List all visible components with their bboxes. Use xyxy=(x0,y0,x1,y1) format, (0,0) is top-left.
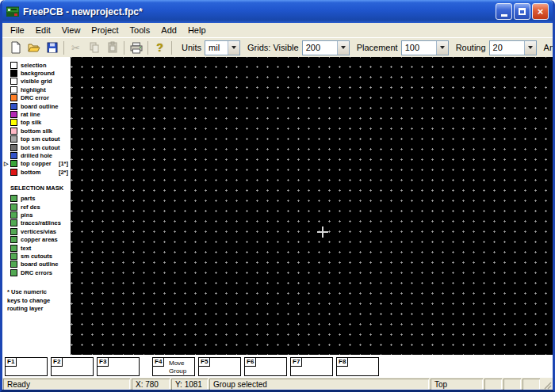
routing-combobox[interactable]: 20 xyxy=(489,40,537,55)
close-button[interactable]: × xyxy=(532,3,549,20)
menu-item[interactable]: Project xyxy=(86,24,124,36)
fkey-button[interactable]: F3 xyxy=(97,357,140,376)
copy-button[interactable] xyxy=(85,40,103,56)
mask-color-swatch[interactable] xyxy=(10,261,17,268)
mask-color-swatch[interactable] xyxy=(10,219,17,226)
layer-color-swatch[interactable] xyxy=(10,152,17,159)
new-file-button[interactable] xyxy=(6,40,25,56)
toolbar-separator xyxy=(124,41,124,55)
fkey-tag: F8 xyxy=(336,357,348,367)
selection-mask-list: parts ref des pins xyxy=(4,194,71,276)
toolbar: ✂ ? Units mi xyxy=(2,37,553,57)
chevron-down-icon xyxy=(232,46,236,49)
layer-label: bottom xyxy=(21,169,40,176)
fkey-button[interactable]: F7 xyxy=(290,357,333,376)
mask-color-swatch[interactable] xyxy=(10,245,17,252)
selection-mask-row: text xyxy=(4,244,71,252)
placement-dropdown-button[interactable] xyxy=(436,41,448,55)
grids-dropdown-button[interactable] xyxy=(337,41,349,55)
mask-label: traces/ratlines xyxy=(21,219,61,226)
menu-item[interactable]: Help xyxy=(182,24,212,36)
new-file-icon xyxy=(10,41,22,54)
cut-button[interactable]: ✂ xyxy=(67,40,85,56)
layer-color-swatch[interactable] xyxy=(10,103,17,110)
status-active-layer: Top xyxy=(431,379,483,390)
mask-label: text xyxy=(21,245,31,252)
menu-item[interactable]: Add xyxy=(155,24,182,36)
active-layer-arrow-icon: ▷ xyxy=(4,161,10,166)
menu-item[interactable]: View xyxy=(56,24,86,36)
maximize-button[interactable] xyxy=(514,3,530,20)
chevron-down-icon xyxy=(528,46,533,49)
open-file-button[interactable] xyxy=(25,40,43,56)
title-bar: FreePCB - newproject.fpc* × xyxy=(2,0,553,23)
function-key-bar: F1 F2 F3 F4 Move Group F5 xyxy=(2,355,553,378)
paste-icon xyxy=(106,41,119,54)
fkey-button[interactable]: F8 xyxy=(336,357,379,376)
placement-value: 100 xyxy=(402,43,436,52)
routing-dropdown-button[interactable] xyxy=(524,41,536,55)
angle-label: Angle xyxy=(544,43,555,52)
grids-visible-combobox[interactable]: 200 xyxy=(302,40,350,55)
layer-row: ▷ background xyxy=(4,69,71,77)
layer-color-swatch[interactable] xyxy=(10,78,17,85)
fkey-tag: F1 xyxy=(5,357,17,367)
layer-label: drilled hole xyxy=(21,152,52,159)
paste-button[interactable] xyxy=(103,40,121,56)
layer-color-swatch[interactable] xyxy=(10,70,17,77)
status-ready: Ready xyxy=(3,379,130,390)
layer-color-swatch[interactable] xyxy=(10,111,17,118)
fkey-button[interactable]: F1 xyxy=(5,357,48,376)
units-dropdown-button[interactable] xyxy=(228,41,239,55)
menu-item[interactable]: Tools xyxy=(124,24,156,36)
fkey-button[interactable]: F5 xyxy=(198,357,241,376)
menu-item[interactable]: Edit xyxy=(30,24,56,36)
mask-color-swatch[interactable] xyxy=(10,211,17,219)
fkey-button[interactable]: F4 Move Group xyxy=(152,357,195,376)
menu-item[interactable]: File xyxy=(5,24,30,36)
selection-mask-row: board outline xyxy=(4,261,71,268)
layer-color-swatch[interactable] xyxy=(10,160,17,167)
selection-mask-row: traces/ratlines xyxy=(4,219,71,227)
save-button[interactable] xyxy=(43,40,61,56)
fkey-tag: F5 xyxy=(198,357,210,367)
layer-color-swatch[interactable] xyxy=(10,144,17,151)
layer-color-swatch[interactable] xyxy=(10,119,17,126)
units-combobox[interactable]: mil xyxy=(205,40,240,55)
mask-label: copper areas xyxy=(21,236,58,243)
layer-label: visible grid xyxy=(21,78,52,85)
minimize-button[interactable] xyxy=(496,3,512,20)
grids-label: Grids: Visible xyxy=(247,43,299,52)
layer-row: ▷ visible grid xyxy=(4,78,71,86)
mask-color-swatch[interactable] xyxy=(10,236,17,243)
maximize-icon xyxy=(519,8,526,15)
units-value: mil xyxy=(205,43,228,52)
app-icon xyxy=(6,6,19,18)
layer-color-swatch[interactable] xyxy=(10,127,17,135)
mask-color-swatch[interactable] xyxy=(10,204,17,211)
layer-color-swatch[interactable] xyxy=(10,135,17,143)
pcb-canvas[interactable] xyxy=(71,57,553,355)
grids-visible-value: 200 xyxy=(303,43,337,52)
mask-color-swatch[interactable] xyxy=(10,269,17,276)
toolbar-separator xyxy=(63,41,64,55)
layer-label: background xyxy=(21,70,55,77)
mask-color-swatch[interactable] xyxy=(10,228,17,235)
layer-color-swatch[interactable] xyxy=(10,62,17,69)
layer-label: DRC error xyxy=(21,94,49,101)
selection-mask-row: parts xyxy=(4,194,71,202)
layer-color-swatch[interactable] xyxy=(10,169,17,176)
mask-color-swatch[interactable] xyxy=(10,195,17,202)
mask-color-swatch[interactable] xyxy=(10,253,17,260)
layer-row: ▷ bot sm cutout xyxy=(4,143,71,151)
resize-grip[interactable] xyxy=(542,379,552,390)
fkey-button[interactable]: F2 xyxy=(51,357,94,376)
layer-color-swatch[interactable] xyxy=(10,94,17,101)
print-button[interactable] xyxy=(127,40,145,56)
fkey-button[interactable]: F6 xyxy=(244,357,287,376)
help-button[interactable]: ? xyxy=(151,40,169,56)
layer-list: ▷ selection ▷ background ▷ xyxy=(4,61,71,176)
placement-combobox[interactable]: 100 xyxy=(401,40,449,55)
layer-color-swatch[interactable] xyxy=(10,86,17,93)
selection-mask-row: DRC errors xyxy=(4,268,71,276)
